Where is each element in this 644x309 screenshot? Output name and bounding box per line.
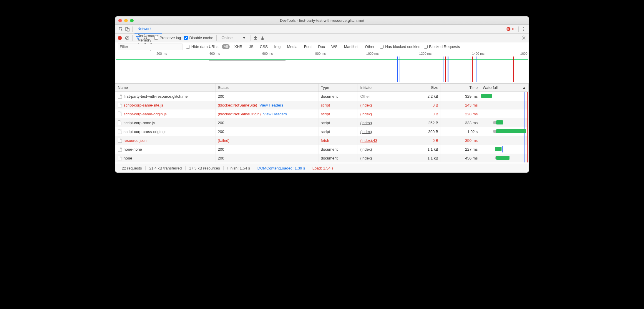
request-status: (blocked:NotSameOrigin) <box>218 112 261 116</box>
type-filter-img[interactable]: Img <box>273 44 283 49</box>
view-headers-link[interactable]: View Headers <box>260 103 283 107</box>
waterfall-cell <box>480 109 529 118</box>
tab-network[interactable]: Network <box>135 25 162 34</box>
search-icon[interactable] <box>143 36 148 40</box>
timeline-marker <box>445 57 446 82</box>
type-filter-font[interactable]: Font <box>302 44 313 49</box>
column-initiator[interactable]: Initiator <box>358 84 403 92</box>
clear-icon[interactable] <box>125 36 130 40</box>
status-requests: 22 requests <box>118 166 146 170</box>
request-initiator[interactable]: (index):43 <box>360 138 377 143</box>
request-status: (failed) <box>218 138 230 143</box>
type-filter-xhr[interactable]: XHR <box>233 44 244 49</box>
request-status: 200 <box>218 121 224 125</box>
upload-har-icon[interactable] <box>253 36 258 40</box>
timeline-tick: 1200 ms <box>419 52 433 55</box>
error-count: 10 <box>512 27 515 31</box>
throttling-select[interactable]: Online ▾ <box>220 35 248 41</box>
column-type[interactable]: Type <box>318 84 358 92</box>
file-icon <box>118 156 122 160</box>
request-status: 200 <box>218 94 224 99</box>
request-initiator[interactable]: (index) <box>360 129 372 134</box>
file-icon <box>118 112 122 116</box>
type-filter-media[interactable]: Media <box>285 44 299 49</box>
settings-icon[interactable] <box>521 35 526 41</box>
status-load: Load: 1.54 s <box>309 166 337 170</box>
file-icon <box>118 147 122 152</box>
request-initiator[interactable]: (index) <box>360 103 372 107</box>
request-row[interactable]: resource.json(failed)fetch(index):430 B3… <box>115 136 529 145</box>
request-initiator[interactable]: (index) <box>360 112 372 116</box>
file-icon <box>118 129 122 134</box>
disable-cache-checkbox[interactable]: Disable cache <box>184 36 213 40</box>
request-time: 1.02 s <box>441 127 480 136</box>
request-type: document <box>318 92 358 101</box>
waterfall-cell <box>480 101 529 109</box>
request-time: 333 ms <box>441 118 480 127</box>
filter-icon[interactable] <box>136 36 140 40</box>
request-size: 0 B <box>403 109 441 118</box>
download-har-icon[interactable] <box>260 36 265 40</box>
has-blocked-cookies-checkbox[interactable]: Has blocked cookies <box>380 44 420 49</box>
timeline-tick: 600 ms <box>262 52 274 55</box>
filter-input[interactable] <box>118 44 182 50</box>
filter-bar: Hide data URLs AllXHRJSCSSImgMediaFontDo… <box>115 42 529 51</box>
svg-line-4 <box>126 37 128 39</box>
column-status[interactable]: Status <box>215 84 318 92</box>
file-icon <box>118 94 122 99</box>
request-row[interactable]: script-corp-cross-origin.js200script(ind… <box>115 127 529 136</box>
file-icon <box>118 120 122 125</box>
more-menu-icon[interactable]: ⋮ <box>520 26 526 32</box>
request-initiator[interactable]: (index) <box>360 147 372 152</box>
timeline-marker <box>449 57 449 82</box>
type-filter-all[interactable]: All <box>222 44 230 49</box>
type-filter-other[interactable]: Other <box>363 44 376 49</box>
type-filter-ws[interactable]: WS <box>330 44 339 49</box>
timeline-overview[interactable]: 200 ms400 ms600 ms800 ms1000 ms1200 ms14… <box>115 51 529 84</box>
request-initiator[interactable]: (index) <box>360 156 372 160</box>
inspect-icon[interactable] <box>118 27 124 31</box>
waterfall-cell <box>480 127 529 136</box>
status-domcontentloaded: DOMContentLoaded: 1.39 s <box>254 166 309 170</box>
view-headers-link[interactable]: View Headers <box>263 112 287 116</box>
request-name: resource.json <box>124 138 147 143</box>
timeline-marker <box>471 57 471 82</box>
type-filter-css[interactable]: CSS <box>258 44 270 49</box>
request-row[interactable]: first-party-test-with-resource.glitch.me… <box>115 92 529 101</box>
request-size: 1.1 kB <box>403 145 441 154</box>
titlebar: DevTools - first-party-test-with-resourc… <box>115 16 529 25</box>
preserve-log-checkbox[interactable]: Preserve log <box>154 36 181 40</box>
column-size[interactable]: Size <box>403 84 441 92</box>
chevron-down-icon: ▾ <box>243 36 245 40</box>
requests-table-body[interactable]: first-party-test-with-resource.glitch.me… <box>115 92 529 164</box>
request-row[interactable]: none-none200document(index)1.1 kB227 ms <box>115 145 529 154</box>
timeline-tick: 400 ms <box>209 52 221 55</box>
request-size: 1.1 kB <box>403 154 441 162</box>
file-icon <box>118 103 122 107</box>
error-badge[interactable]: ✕ 10 <box>507 27 515 31</box>
blocked-requests-checkbox[interactable]: Blocked Requests <box>424 44 460 49</box>
type-filter-js[interactable]: JS <box>247 44 255 49</box>
request-row[interactable]: script-corp-none.js200script(index)252 B… <box>115 118 529 127</box>
column-waterfall[interactable]: Waterfall▲ <box>480 84 529 92</box>
request-row[interactable]: script-corp-same-site.js(blocked:NotSame… <box>115 101 529 109</box>
hide-data-urls-checkbox[interactable]: Hide data URLs <box>186 44 218 49</box>
timeline-marker <box>399 57 399 82</box>
device-toggle-icon[interactable] <box>124 27 131 31</box>
request-initiator[interactable]: (index) <box>360 121 372 125</box>
request-status: 200 <box>218 129 224 134</box>
record-button[interactable] <box>118 36 122 40</box>
status-bar: 22 requests 21.4 kB transferred 17.3 kB … <box>115 164 529 172</box>
request-size: 252 B <box>403 118 441 127</box>
request-type: script <box>318 101 358 109</box>
column-name[interactable]: Name <box>115 84 215 92</box>
request-type: script <box>318 127 358 136</box>
request-row[interactable]: script-corp-same-origin.js(blocked:NotSa… <box>115 109 529 118</box>
resource-type-filters: AllXHRJSCSSImgMediaFontDocWSManifestOthe… <box>222 44 376 49</box>
column-time[interactable]: Time <box>441 84 480 92</box>
type-filter-manifest[interactable]: Manifest <box>342 44 360 49</box>
type-filter-doc[interactable]: Doc <box>316 44 327 49</box>
request-row[interactable]: none200document(index)1.1 kB456 ms <box>115 154 529 162</box>
request-time: 350 ms <box>441 136 480 145</box>
request-type: script <box>318 109 358 118</box>
